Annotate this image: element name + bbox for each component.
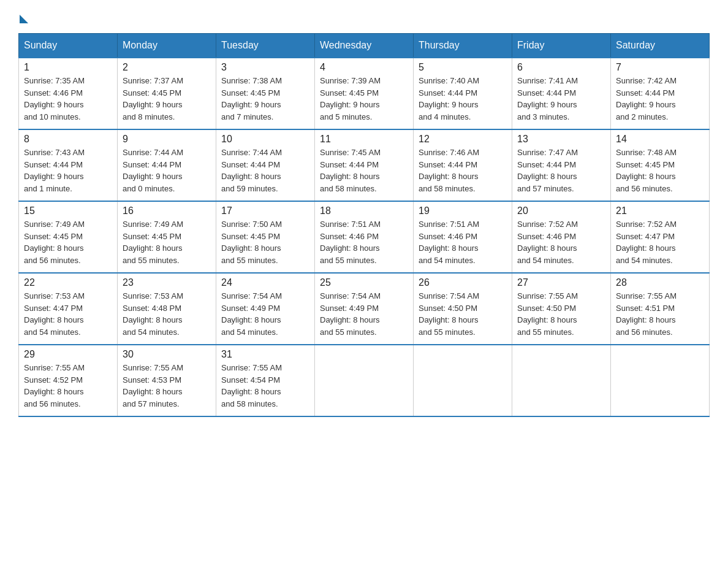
day-info: Sunrise: 7:35 AMSunset: 4:46 PMDaylight:… (24, 75, 112, 123)
day-number: 28 (616, 277, 704, 288)
day-info: Sunrise: 7:38 AMSunset: 4:45 PMDaylight:… (221, 75, 309, 123)
day-number: 3 (221, 62, 309, 73)
day-number: 26 (419, 277, 507, 288)
day-info: Sunrise: 7:51 AMSunset: 4:46 PMDaylight:… (419, 218, 507, 266)
calendar-cell: 13Sunrise: 7:47 AMSunset: 4:44 PMDayligh… (512, 129, 611, 201)
calendar-cell: 24Sunrise: 7:54 AMSunset: 4:49 PMDayligh… (216, 273, 315, 345)
day-number: 29 (24, 349, 112, 360)
day-number: 5 (419, 62, 507, 73)
day-number: 1 (24, 62, 112, 73)
header-friday: Friday (512, 34, 611, 58)
calendar-cell: 4Sunrise: 7:39 AMSunset: 4:45 PMDaylight… (315, 58, 414, 129)
calendar-cell: 18Sunrise: 7:51 AMSunset: 4:46 PMDayligh… (315, 201, 414, 273)
day-info: Sunrise: 7:44 AMSunset: 4:44 PMDaylight:… (123, 147, 211, 194)
day-info: Sunrise: 7:49 AMSunset: 4:45 PMDaylight:… (24, 218, 112, 266)
logo (18, 12, 28, 21)
calendar-cell: 22Sunrise: 7:53 AMSunset: 4:47 PMDayligh… (19, 273, 118, 345)
day-number: 2 (123, 62, 211, 73)
day-number: 17 (221, 205, 309, 216)
header-saturday: Saturday (611, 34, 710, 58)
day-info: Sunrise: 7:52 AMSunset: 4:46 PMDaylight:… (517, 218, 605, 266)
day-number: 14 (616, 134, 704, 145)
calendar-cell: 21Sunrise: 7:52 AMSunset: 4:47 PMDayligh… (611, 201, 710, 273)
day-info: Sunrise: 7:55 AMSunset: 4:51 PMDaylight:… (616, 290, 704, 338)
day-info: Sunrise: 7:55 AMSunset: 4:53 PMDaylight:… (123, 362, 211, 410)
day-number: 24 (221, 277, 309, 288)
calendar-cell: 19Sunrise: 7:51 AMSunset: 4:46 PMDayligh… (414, 201, 512, 273)
day-info: Sunrise: 7:54 AMSunset: 4:49 PMDaylight:… (320, 290, 408, 338)
calendar-week-row: 8Sunrise: 7:43 AMSunset: 4:44 PMDaylight… (19, 129, 710, 201)
calendar-cell: 11Sunrise: 7:45 AMSunset: 4:44 PMDayligh… (315, 129, 414, 201)
calendar-cell: 25Sunrise: 7:54 AMSunset: 4:49 PMDayligh… (315, 273, 414, 345)
day-info: Sunrise: 7:51 AMSunset: 4:46 PMDaylight:… (320, 218, 408, 266)
calendar-week-row: 15Sunrise: 7:49 AMSunset: 4:45 PMDayligh… (19, 201, 710, 273)
day-info: Sunrise: 7:48 AMSunset: 4:45 PMDaylight:… (616, 147, 704, 194)
day-info: Sunrise: 7:44 AMSunset: 4:44 PMDaylight:… (221, 147, 309, 194)
calendar-cell: 5Sunrise: 7:40 AMSunset: 4:44 PMDaylight… (414, 58, 512, 129)
calendar-cell (611, 345, 710, 416)
calendar-cell: 8Sunrise: 7:43 AMSunset: 4:44 PMDaylight… (19, 129, 118, 201)
calendar-cell: 6Sunrise: 7:41 AMSunset: 4:44 PMDaylight… (512, 58, 611, 129)
day-number: 31 (221, 349, 309, 360)
day-info: Sunrise: 7:55 AMSunset: 4:52 PMDaylight:… (24, 362, 112, 410)
day-info: Sunrise: 7:50 AMSunset: 4:45 PMDaylight:… (221, 218, 309, 266)
day-info: Sunrise: 7:53 AMSunset: 4:47 PMDaylight:… (24, 290, 112, 338)
calendar-cell: 3Sunrise: 7:38 AMSunset: 4:45 PMDaylight… (216, 58, 315, 129)
day-info: Sunrise: 7:54 AMSunset: 4:50 PMDaylight:… (419, 290, 507, 338)
day-number: 13 (517, 134, 605, 145)
calendar-cell: 12Sunrise: 7:46 AMSunset: 4:44 PMDayligh… (414, 129, 512, 201)
day-info: Sunrise: 7:55 AMSunset: 4:54 PMDaylight:… (221, 362, 309, 410)
calendar-cell: 16Sunrise: 7:49 AMSunset: 4:45 PMDayligh… (118, 201, 216, 273)
day-number: 23 (123, 277, 211, 288)
logo-arrow-icon (20, 15, 28, 23)
calendar-cell: 9Sunrise: 7:44 AMSunset: 4:44 PMDaylight… (118, 129, 216, 201)
day-number: 12 (419, 134, 507, 145)
calendar-week-row: 1Sunrise: 7:35 AMSunset: 4:46 PMDaylight… (19, 58, 710, 129)
day-number: 21 (616, 205, 704, 216)
day-info: Sunrise: 7:52 AMSunset: 4:47 PMDaylight:… (616, 218, 704, 266)
calendar-cell: 2Sunrise: 7:37 AMSunset: 4:45 PMDaylight… (118, 58, 216, 129)
calendar-cell: 30Sunrise: 7:55 AMSunset: 4:53 PMDayligh… (118, 345, 216, 416)
calendar-cell: 10Sunrise: 7:44 AMSunset: 4:44 PMDayligh… (216, 129, 315, 201)
day-number: 10 (221, 134, 309, 145)
calendar-cell (315, 345, 414, 416)
calendar-cell: 23Sunrise: 7:53 AMSunset: 4:48 PMDayligh… (118, 273, 216, 345)
calendar-week-row: 29Sunrise: 7:55 AMSunset: 4:52 PMDayligh… (19, 345, 710, 416)
header-sunday: Sunday (19, 34, 118, 58)
day-number: 18 (320, 205, 408, 216)
page-header (18, 12, 710, 21)
calendar-cell: 31Sunrise: 7:55 AMSunset: 4:54 PMDayligh… (216, 345, 315, 416)
calendar-week-row: 22Sunrise: 7:53 AMSunset: 4:47 PMDayligh… (19, 273, 710, 345)
day-info: Sunrise: 7:43 AMSunset: 4:44 PMDaylight:… (24, 147, 112, 194)
day-info: Sunrise: 7:41 AMSunset: 4:44 PMDaylight:… (517, 75, 605, 123)
day-info: Sunrise: 7:47 AMSunset: 4:44 PMDaylight:… (517, 147, 605, 194)
day-info: Sunrise: 7:39 AMSunset: 4:45 PMDaylight:… (320, 75, 408, 123)
day-number: 25 (320, 277, 408, 288)
header-monday: Monday (118, 34, 216, 58)
day-number: 16 (123, 205, 211, 216)
calendar-cell: 15Sunrise: 7:49 AMSunset: 4:45 PMDayligh… (19, 201, 118, 273)
calendar-cell (512, 345, 611, 416)
day-info: Sunrise: 7:42 AMSunset: 4:44 PMDaylight:… (616, 75, 704, 123)
day-number: 27 (517, 277, 605, 288)
calendar-cell: 17Sunrise: 7:50 AMSunset: 4:45 PMDayligh… (216, 201, 315, 273)
calendar-cell: 27Sunrise: 7:55 AMSunset: 4:50 PMDayligh… (512, 273, 611, 345)
calendar-cell: 28Sunrise: 7:55 AMSunset: 4:51 PMDayligh… (611, 273, 710, 345)
calendar-cell: 26Sunrise: 7:54 AMSunset: 4:50 PMDayligh… (414, 273, 512, 345)
day-number: 20 (517, 205, 605, 216)
day-number: 30 (123, 349, 211, 360)
day-info: Sunrise: 7:54 AMSunset: 4:49 PMDaylight:… (221, 290, 309, 338)
day-number: 6 (517, 62, 605, 73)
calendar-cell: 14Sunrise: 7:48 AMSunset: 4:45 PMDayligh… (611, 129, 710, 201)
day-number: 9 (123, 134, 211, 145)
day-number: 22 (24, 277, 112, 288)
day-info: Sunrise: 7:40 AMSunset: 4:44 PMDaylight:… (419, 75, 507, 123)
calendar-cell: 20Sunrise: 7:52 AMSunset: 4:46 PMDayligh… (512, 201, 611, 273)
day-number: 15 (24, 205, 112, 216)
calendar-header-row: SundayMondayTuesdayWednesdayThursdayFrid… (19, 34, 710, 58)
day-info: Sunrise: 7:45 AMSunset: 4:44 PMDaylight:… (320, 147, 408, 194)
calendar-table: SundayMondayTuesdayWednesdayThursdayFrid… (18, 33, 710, 417)
day-info: Sunrise: 7:55 AMSunset: 4:50 PMDaylight:… (517, 290, 605, 338)
header-tuesday: Tuesday (216, 34, 315, 58)
day-number: 11 (320, 134, 408, 145)
